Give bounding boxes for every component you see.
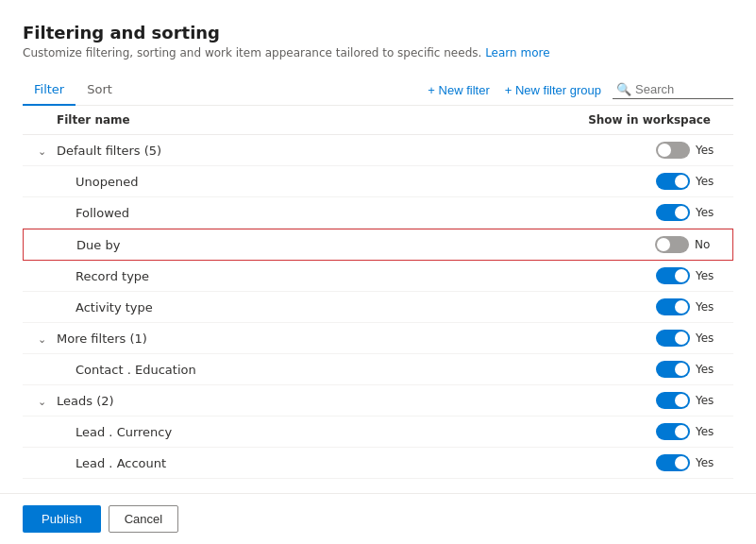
filter-label-unopened: Unopened <box>76 175 567 189</box>
filter-row-lead-account: Lead . AccountYes <box>23 448 733 479</box>
filter-label-more-filters: More filters (1) <box>57 332 567 346</box>
chevron-icon[interactable]: ⌄ <box>38 333 46 346</box>
toggle-label-activity-type: Yes <box>696 300 718 314</box>
filter-label-activity-type: Activity type <box>76 300 567 314</box>
toggle-area-unopened: Yes <box>567 173 718 190</box>
filter-label-followed: Followed <box>76 206 567 220</box>
new-filter-button[interactable]: + New filter <box>424 81 493 99</box>
toggle-lead-currency[interactable] <box>656 423 690 440</box>
toggle-area-lead-account: Yes <box>567 454 718 471</box>
page-subtitle: Customize filtering, sorting and work it… <box>23 46 733 60</box>
toggle-leads-group[interactable] <box>656 392 690 409</box>
toggle-activity-type[interactable] <box>656 298 690 315</box>
filter-label-lead-currency: Lead . Currency <box>76 425 567 439</box>
filter-list: ⌄Default filters (5)YesUnopenedYesFollow… <box>23 135 733 479</box>
toggle-label-default-group: Yes <box>696 144 718 157</box>
toggle-label-leads-group: Yes <box>696 394 718 407</box>
filter-label-contact-education: Contact . Education <box>76 363 567 377</box>
tab-sort[interactable]: Sort <box>76 75 124 106</box>
filter-row-contact-education: Contact . EducationYes <box>23 354 733 385</box>
filter-label-lead-account: Lead . Account <box>76 456 567 470</box>
search-box[interactable]: 🔍 <box>613 80 733 99</box>
toggle-followed[interactable] <box>656 204 690 221</box>
toggle-label-record-type: Yes <box>696 269 718 282</box>
tab-actions: + New filter + New filter group 🔍 <box>424 80 733 105</box>
toggle-due-by[interactable] <box>655 236 689 253</box>
toggle-area-default-group: Yes <box>567 142 718 159</box>
toggle-label-due-by: No <box>695 238 717 251</box>
table-header: Filter name Show in workspace <box>23 106 733 135</box>
toggle-label-contact-education: Yes <box>696 363 718 376</box>
col-header-filter-name: Filter name <box>57 113 567 127</box>
col-header-show: Show in workspace <box>567 113 718 127</box>
toggle-lead-account[interactable] <box>656 454 690 471</box>
page-title: Filtering and sorting <box>23 23 733 42</box>
filter-row-more-filters: ⌄More filters (1)Yes <box>23 323 733 354</box>
toggle-area-more-filters: Yes <box>567 330 718 347</box>
filter-row-followed: FollowedYes <box>23 197 733 229</box>
new-filter-group-button[interactable]: + New filter group <box>501 81 605 99</box>
filter-label-record-type: Record type <box>76 269 567 283</box>
toggle-label-lead-account: Yes <box>696 456 718 469</box>
toggle-area-lead-currency: Yes <box>567 423 718 440</box>
toggle-more-filters[interactable] <box>656 330 690 347</box>
filter-row-activity-type: Activity typeYes <box>23 292 733 323</box>
toggle-label-lead-currency: Yes <box>696 425 718 438</box>
toggle-label-followed: Yes <box>696 206 718 219</box>
tab-filter[interactable]: Filter <box>23 75 76 106</box>
toggle-unopened[interactable] <box>656 173 690 190</box>
cancel-button[interactable]: Cancel <box>109 505 178 533</box>
toggle-contact-education[interactable] <box>656 361 690 378</box>
chevron-icon[interactable]: ⌄ <box>38 396 46 408</box>
filter-row-leads-group: ⌄Leads (2)Yes <box>23 385 733 416</box>
filter-row-due-by: Due byNo <box>23 229 733 261</box>
toggle-default-group[interactable] <box>656 142 690 159</box>
chevron-icon[interactable]: ⌄ <box>38 145 46 158</box>
toggle-label-more-filters: Yes <box>696 332 718 345</box>
toggle-record-type[interactable] <box>656 267 690 284</box>
toggle-area-due-by: No <box>566 236 717 253</box>
filter-label-leads-group: Leads (2) <box>57 394 567 408</box>
toggle-area-record-type: Yes <box>567 267 718 284</box>
toggle-label-unopened: Yes <box>696 175 718 188</box>
publish-button[interactable]: Publish <box>23 505 101 533</box>
toggle-area-contact-education: Yes <box>567 361 718 378</box>
search-input[interactable] <box>635 82 730 96</box>
filter-row-lead-currency: Lead . CurrencyYes <box>23 416 733 448</box>
toggle-area-activity-type: Yes <box>567 298 718 315</box>
tabs-row: Filter Sort + New filter + New filter gr… <box>23 75 733 106</box>
filter-row-unopened: UnopenedYes <box>23 166 733 197</box>
filter-label-default-group: Default filters (5) <box>57 144 567 158</box>
search-icon: 🔍 <box>616 82 631 96</box>
filter-label-due-by: Due by <box>76 238 566 252</box>
footer: Publish Cancel <box>0 493 756 544</box>
filter-row-default-group: ⌄Default filters (5)Yes <box>23 135 733 166</box>
learn-more-link[interactable]: Learn more <box>485 46 549 60</box>
toggle-area-leads-group: Yes <box>567 392 718 409</box>
toggle-area-followed: Yes <box>567 204 718 221</box>
filter-row-record-type: Record typeYes <box>23 261 733 292</box>
